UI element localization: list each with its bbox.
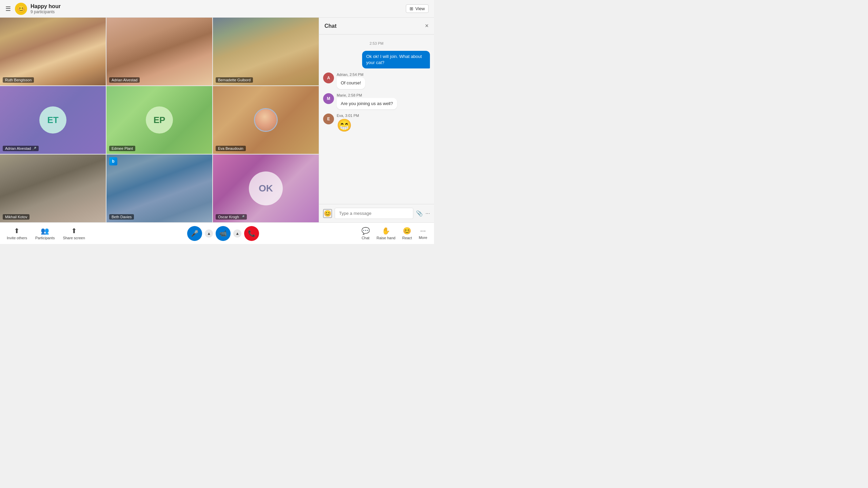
video-cell-et[interactable]: ET Adrian Alvestad 🎤 [0, 86, 106, 154]
video-cell-eva[interactable]: Eva Beaudouin [213, 86, 319, 154]
react-icon: 😊 [403, 227, 411, 235]
msg-sender-adrian: Adrian, 2:54 PM [337, 73, 365, 77]
participants-count: 9 participants [31, 9, 406, 14]
meeting-title: Happy hour [31, 3, 406, 9]
share-screen-icon: ⬆ [71, 227, 77, 235]
more-button[interactable]: ··· More [419, 227, 427, 240]
invite-icon: ⬆ [14, 227, 20, 235]
chat-close-button[interactable]: × [425, 22, 429, 29]
incoming-message-eva: E Eva, 3:01 PM 😁 [323, 114, 430, 133]
video-grid: Ruth Bengtsson Adrian Alvestad Bernadett… [0, 18, 319, 222]
msg-sender-eva: Eva, 3:01 PM [337, 114, 359, 118]
bing-icon: b [109, 157, 117, 165]
msg-sender-marie: Marie, 2:58 PM [337, 93, 397, 97]
react-button[interactable]: 😊 React [402, 227, 412, 240]
name-badge-ruth: Ruth Bengtsson [3, 77, 34, 83]
name-badge-et: Adrian Alvestad 🎤 [3, 146, 39, 151]
emoji-button[interactable]: 😊 [323, 209, 332, 218]
msg-text-adrian: Of course! [337, 77, 365, 89]
video-cell-mikhail[interactable]: Mikhail Kotov [0, 155, 106, 222]
main-area: Ruth Bengtsson Adrian Alvestad Bernadett… [0, 18, 434, 222]
raise-hand-icon: ✋ [382, 227, 390, 235]
mic-button[interactable]: 🎤 [187, 226, 202, 241]
video-cell-ep[interactable]: EP Edmee Plant [106, 86, 212, 154]
invite-others-button[interactable]: ⬆ Invite others [7, 227, 27, 240]
chat-header: Chat × [319, 18, 434, 35]
video-cell-adrian-group[interactable]: Adrian Alvestad [106, 18, 212, 85]
video-cell-ruth[interactable]: Ruth Bengtsson [0, 18, 106, 85]
video-cell-beth[interactable]: b Beth Davies [106, 155, 212, 222]
outgoing-message-1: Ok ok! I will join. What about your cat? [362, 51, 430, 68]
name-badge-mikhail: Mikhail Kotov [3, 214, 29, 220]
more-icon: ··· [420, 227, 426, 235]
participants-icon: 👥 [41, 227, 49, 235]
cam-expand-button[interactable]: ▲ [233, 229, 241, 238]
participants-button[interactable]: 👥 Participants [35, 227, 55, 240]
meeting-info: Happy hour 9 participants [31, 3, 406, 14]
end-call-button[interactable]: 📞 [244, 226, 259, 241]
incoming-message-adrian: A Adrian, 2:54 PM Of course! [323, 73, 430, 89]
raise-hand-button[interactable]: ✋ Raise hand [377, 227, 396, 240]
mic-expand-button[interactable]: ▲ [205, 229, 213, 238]
video-cell-bernadette[interactable]: Bernadette Guibord [213, 18, 319, 85]
messages-area: 2:53 PM Ok ok! I will join. What about y… [319, 35, 434, 204]
video-cell-oscar[interactable]: OK Oscar Krogh 🎤 [213, 155, 319, 222]
menu-icon[interactable]: ☰ [5, 5, 11, 13]
bottom-left-controls: ⬆ Invite others 👥 Participants ⬆ Share s… [7, 227, 85, 240]
avatar-adrian-chat: A [323, 73, 334, 83]
name-badge-eva: Eva Beaudouin [216, 146, 246, 151]
bottom-center-controls: 🎤 ▲ 📹 ▲ 📞 [187, 226, 259, 241]
msg-text-marie: Are you joining us as well? [337, 98, 397, 109]
name-badge-beth: Beth Davies [109, 214, 134, 220]
message-time-1: 2:53 PM [323, 41, 430, 45]
chat-input-area: 😊 📎 ··· [319, 204, 434, 222]
top-bar: ☰ 😊 Happy hour 9 participants ⊞ View [0, 0, 434, 18]
chat-title: Chat [324, 23, 337, 29]
view-button[interactable]: ⊞ View [406, 4, 429, 13]
mic-muted-icon: 🎤 [32, 147, 36, 150]
input-more-button[interactable]: ··· [426, 210, 430, 217]
msg-emoji-eva: 😁 [337, 118, 359, 133]
name-badge-oscar: Oscar Krogh 🎤 [216, 214, 247, 220]
avatar-eva [254, 108, 278, 132]
meeting-logo: 😊 [15, 3, 27, 15]
grid-icon: ⊞ [410, 6, 413, 11]
attach-button[interactable]: 📎 [416, 210, 423, 217]
avatar-ep: EP [146, 106, 173, 134]
bottom-right-controls: 💬 Chat ✋ Raise hand 😊 React ··· More [361, 227, 427, 240]
share-screen-button[interactable]: ⬆ Share screen [63, 227, 85, 240]
avatar-et: ET [39, 106, 66, 134]
mic-icon-oscar: 🎤 [240, 215, 244, 219]
name-badge-ep: Edmee Plant [109, 146, 135, 151]
name-badge-bernadette: Bernadette Guibord [216, 77, 253, 83]
camera-button[interactable]: 📹 [216, 226, 231, 241]
bottom-bar: ⬆ Invite others 👥 Participants ⬆ Share s… [0, 222, 434, 244]
chat-icon: 💬 [361, 227, 370, 235]
chat-panel: Chat × 2:53 PM Ok ok! I will join. What … [319, 18, 434, 222]
incoming-message-marie: M Marie, 2:58 PM Are you joining us as w… [323, 93, 430, 109]
name-badge-adrian-group: Adrian Alvestad [109, 77, 140, 83]
avatar-eva-chat: E [323, 114, 334, 124]
message-input[interactable] [335, 208, 413, 219]
chat-button[interactable]: 💬 Chat [361, 227, 370, 240]
avatar-marie-chat: M [323, 93, 334, 104]
avatar-oscar: OK [249, 171, 283, 205]
